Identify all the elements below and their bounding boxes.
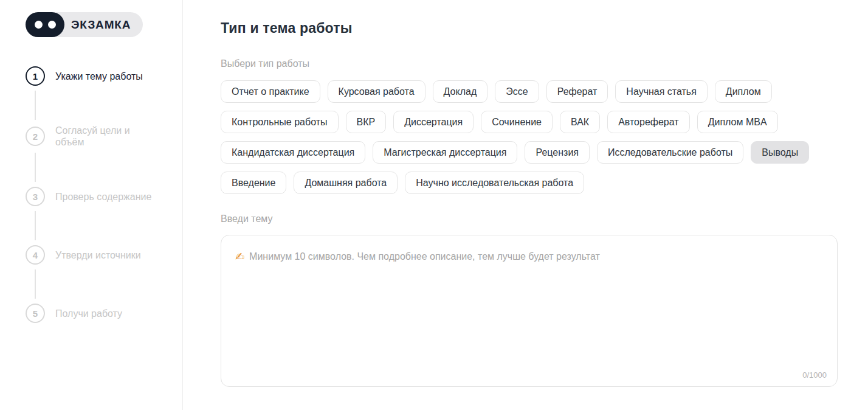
step-connector xyxy=(35,269,36,299)
work-type-chip[interactable]: Рецензия xyxy=(525,141,590,164)
step-label: Утверди источники xyxy=(55,249,141,261)
step-label: Проверь содержание xyxy=(55,191,151,203)
work-type-chip[interactable]: Научно исследовательская работа xyxy=(405,172,584,194)
app-root: ЭКЗАМКА 1 Укажи тему работы 2 Согласуй ц… xyxy=(0,0,868,410)
work-type-label: Выбери тип работы xyxy=(221,58,868,69)
work-type-chip[interactable]: Доклад xyxy=(433,80,488,103)
work-type-chip-row: Контрольные работыВКРДиссертацияСочинени… xyxy=(221,111,868,133)
step-connector xyxy=(35,153,36,182)
page-title: Тип и тема работы xyxy=(221,20,868,36)
robot-eye-icon xyxy=(48,21,56,29)
topic-input-box: ✍ Минимум 10 символов. Чем подробнее опи… xyxy=(221,235,838,387)
wizard-stepper: 1 Укажи тему работы 2 Согласуй цели и об… xyxy=(26,66,182,323)
step-2-goals: 2 Согласуй цели и объём xyxy=(26,125,182,148)
work-type-chip[interactable]: Реферат xyxy=(546,80,608,103)
work-type-chip[interactable]: Диплом xyxy=(715,80,772,103)
work-type-chip[interactable]: Диплом MBA xyxy=(697,111,778,133)
sidebar: ЭКЗАМКА 1 Укажи тему работы 2 Согласуй ц… xyxy=(0,0,183,410)
logo-robot-icon xyxy=(26,12,64,37)
work-type-chip-row: ВведениеДомашняя работаНаучно исследоват… xyxy=(221,172,868,194)
work-type-chip[interactable]: Научная статья xyxy=(615,80,707,103)
work-type-chip[interactable]: Курсовая работа xyxy=(328,80,425,103)
logo-text: ЭКЗАМКА xyxy=(71,18,131,32)
step-4-sources: 4 Утверди источники xyxy=(26,245,182,265)
work-type-chip[interactable]: Выводы xyxy=(751,141,809,164)
work-type-chip-list: Отчет о практикеКурсовая работаДокладЭсс… xyxy=(221,80,868,194)
step-1-topic: 1 Укажи тему работы xyxy=(26,66,182,86)
topic-textarea[interactable] xyxy=(221,235,837,386)
step-number: 1 xyxy=(26,66,45,86)
work-type-chip[interactable]: Диссертация xyxy=(393,111,474,133)
work-type-chip[interactable]: Сочинение xyxy=(481,111,553,133)
work-type-chip[interactable]: ВАК xyxy=(560,111,600,133)
step-label: Укажи тему работы xyxy=(55,71,143,82)
robot-eye-icon xyxy=(35,21,43,29)
step-number: 3 xyxy=(26,187,45,206)
main-content: Тип и тема работы Выбери тип работы Отче… xyxy=(183,0,868,410)
work-type-chip[interactable]: Исследовательские работы xyxy=(597,141,743,164)
step-connector xyxy=(35,211,36,240)
work-type-chip[interactable]: Автореферат xyxy=(607,111,690,133)
work-type-chip[interactable]: Введение xyxy=(221,172,286,194)
work-type-chip-row: Кандидатская диссертацияМагистреская дис… xyxy=(221,141,868,164)
step-5-result: 5 Получи работу xyxy=(26,304,182,323)
work-type-chip-row: Отчет о практикеКурсовая работаДокладЭсс… xyxy=(221,80,868,103)
work-type-chip[interactable]: Отчет о практике xyxy=(221,80,320,103)
work-type-chip[interactable]: ВКР xyxy=(346,111,387,133)
work-type-chip[interactable]: Эссе xyxy=(495,80,539,103)
logo[interactable]: ЭКЗАМКА xyxy=(26,12,143,37)
step-label: Получи работу xyxy=(55,308,122,319)
step-3-contents: 3 Проверь содержание xyxy=(26,187,182,206)
work-type-chip[interactable]: Кандидатская диссертация xyxy=(221,141,365,164)
step-number: 2 xyxy=(26,127,45,146)
step-number: 4 xyxy=(26,245,45,265)
step-label: Согласуй цели и объём xyxy=(55,125,157,148)
topic-label: Введи тему xyxy=(221,214,868,224)
work-type-chip[interactable]: Контрольные работы xyxy=(221,111,339,133)
work-type-chip[interactable]: Магистреская диссертация xyxy=(373,141,517,164)
work-type-chip[interactable]: Домашняя работа xyxy=(294,172,398,194)
step-number: 5 xyxy=(26,304,45,323)
step-connector xyxy=(35,91,36,120)
